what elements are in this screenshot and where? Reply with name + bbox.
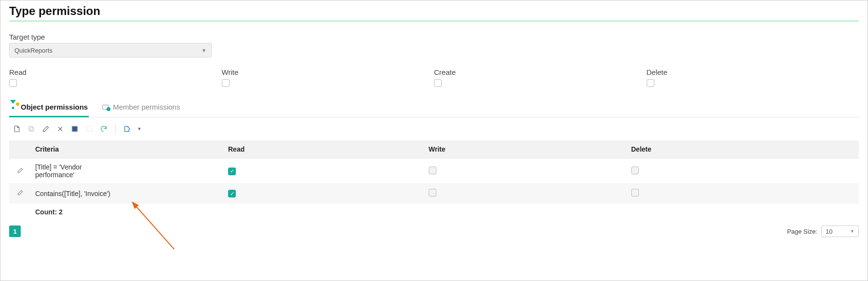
- toolbar-separator: [115, 124, 116, 134]
- write-permission: Write: [222, 68, 434, 88]
- svg-rect-1: [29, 126, 33, 130]
- title-divider: [9, 21, 859, 21]
- permission-tabs: Object permissions Member permissions: [9, 99, 859, 117]
- select-all-button[interactable]: [70, 124, 80, 134]
- export-dropdown-toggle[interactable]: ▼: [137, 124, 142, 134]
- target-type-value: QuickReports: [14, 47, 53, 54]
- object-permissions-grid: Criteria Read Write Delete [Title] = 'Ve…: [9, 140, 859, 221]
- grid-header-edit: [9, 140, 31, 158]
- criteria-cell: [Title] = 'Vendor performance': [35, 163, 117, 179]
- row-write-checkbox[interactable]: [429, 167, 436, 174]
- svg-rect-2: [72, 126, 78, 132]
- page-title: Type permission: [9, 4, 859, 18]
- tab-object-label: Object permissions: [21, 103, 88, 111]
- pager: 1 Page Size: 10 ▼: [9, 225, 859, 237]
- read-checkbox[interactable]: [9, 79, 17, 87]
- create-permission: Create: [434, 68, 647, 88]
- select-none-button[interactable]: [84, 124, 94, 134]
- member-icon: [102, 105, 110, 110]
- grid-header-delete[interactable]: Delete: [627, 140, 859, 158]
- page-1-button[interactable]: 1: [9, 225, 21, 237]
- grid-header-write[interactable]: Write: [425, 140, 627, 158]
- grid-header-criteria[interactable]: Criteria: [31, 140, 224, 158]
- grid-toolbar: ▼: [9, 117, 859, 139]
- tab-member-label: Member permissions: [113, 103, 180, 111]
- page-size-control: Page Size: 10 ▼: [787, 225, 859, 237]
- grid-header-read[interactable]: Read: [224, 140, 425, 158]
- write-checkbox[interactable]: [222, 79, 230, 87]
- new-button[interactable]: [12, 124, 22, 134]
- type-permission-panel: Type permission Target type QuickReports…: [0, 0, 868, 281]
- row-read-checkbox[interactable]: ✓: [228, 168, 236, 175]
- tab-member-permissions[interactable]: Member permissions: [101, 99, 181, 117]
- create-label: Create: [434, 68, 647, 76]
- count-label: Count:: [35, 208, 57, 216]
- table-row[interactable]: Contains([Title], 'Invoice') ✓: [9, 184, 859, 203]
- refresh-button[interactable]: [99, 124, 108, 134]
- edit-row-icon[interactable]: [17, 167, 24, 174]
- read-permission: Read: [9, 68, 222, 88]
- clone-button[interactable]: [27, 124, 36, 134]
- table-row[interactable]: [Title] = 'Vendor performance' ✓: [9, 158, 859, 184]
- page-size-label: Page Size:: [787, 228, 817, 235]
- page-size-dropdown[interactable]: 10 ▼: [821, 225, 859, 237]
- target-type-label: Target type: [9, 33, 859, 41]
- export-button[interactable]: [122, 124, 132, 134]
- write-label: Write: [222, 68, 434, 76]
- row-read-checkbox[interactable]: ✓: [228, 190, 236, 197]
- count-value: 2: [59, 208, 63, 216]
- row-delete-checkbox[interactable]: [631, 167, 639, 174]
- delete-permission: Delete: [647, 68, 859, 88]
- tab-object-permissions[interactable]: Object permissions: [9, 99, 89, 117]
- criteria-cell: Contains([Title], 'Invoice'): [35, 190, 110, 197]
- svg-rect-4: [87, 126, 92, 132]
- delete-checkbox[interactable]: [647, 79, 654, 87]
- delete-label: Delete: [647, 68, 859, 76]
- row-delete-checkbox[interactable]: [631, 189, 639, 197]
- edit-button[interactable]: [41, 124, 51, 134]
- row-write-checkbox[interactable]: [429, 189, 436, 197]
- edit-row-icon[interactable]: [17, 189, 24, 196]
- grid-footer-row: Count: 2: [9, 203, 859, 221]
- target-type-field: Target type QuickReports ▼: [9, 33, 859, 57]
- target-type-dropdown[interactable]: QuickReports ▼: [9, 43, 212, 57]
- grid-header-row: Criteria Read Write Delete: [9, 140, 859, 158]
- funnel-icon: [10, 104, 18, 111]
- page-size-value: 10: [826, 228, 832, 235]
- create-checkbox[interactable]: [434, 79, 442, 87]
- crud-permission-row: Read Write Create Delete: [9, 68, 859, 88]
- delete-button[interactable]: [55, 124, 65, 134]
- svg-rect-0: [30, 127, 34, 131]
- chevron-down-icon: ▼: [202, 48, 206, 53]
- chevron-down-icon: ▼: [850, 229, 854, 234]
- read-label: Read: [9, 68, 222, 76]
